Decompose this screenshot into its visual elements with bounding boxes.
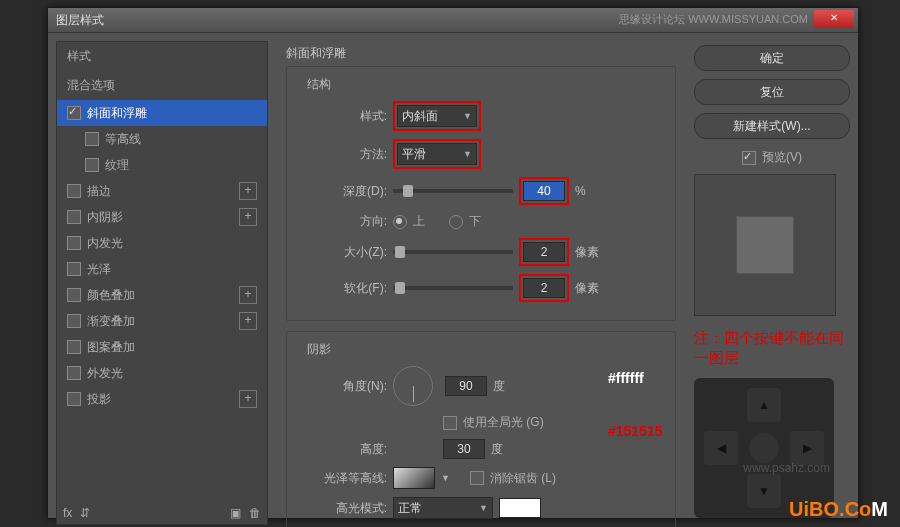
- style-item-label: 内阴影: [87, 209, 123, 226]
- style-checkbox[interactable]: [67, 314, 81, 328]
- angle-label: 角度(N):: [299, 378, 387, 395]
- bevel-emboss-panel: 斜面和浮雕 结构 样式: 内斜面▼ 方法: 平滑▼ 深度(D):: [276, 41, 686, 525]
- direction-down-radio[interactable]: [449, 215, 463, 229]
- style-item-5[interactable]: 内发光: [57, 230, 267, 256]
- chevron-down-icon: ▼: [463, 149, 472, 159]
- close-button[interactable]: ✕: [814, 10, 854, 28]
- size-slider[interactable]: [393, 250, 513, 254]
- new-style-button[interactable]: 新建样式(W)...: [694, 113, 850, 139]
- style-checkbox[interactable]: [67, 392, 81, 406]
- direction-up-radio[interactable]: [393, 215, 407, 229]
- watermark-center: www.psahz.com: [743, 461, 830, 475]
- dpad-preview: ▲ ▼ ◀ ▶: [694, 378, 834, 518]
- style-checkbox[interactable]: [67, 288, 81, 302]
- global-light-checkbox[interactable]: [443, 416, 457, 430]
- titlebar[interactable]: 图层样式 思缘设计论坛 WWW.MISSYUAN.COM ✕: [48, 8, 858, 33]
- dpad-up-icon: ▲: [747, 388, 781, 422]
- style-item-label: 颜色叠加: [87, 287, 135, 304]
- add-effect-icon[interactable]: +: [239, 390, 257, 408]
- style-checkbox[interactable]: [67, 340, 81, 354]
- angle-dial[interactable]: [393, 366, 433, 406]
- highlight-color-swatch[interactable]: [499, 498, 541, 518]
- preview-row: 预览(V): [694, 149, 850, 166]
- highlight-color-annotation: #ffffff: [608, 370, 644, 386]
- trash-icon[interactable]: 🗑: [249, 506, 261, 520]
- cancel-button[interactable]: 复位: [694, 79, 850, 105]
- highlight-mode-select[interactable]: 正常▼: [393, 497, 493, 519]
- depth-slider[interactable]: [393, 189, 513, 193]
- dpad-down-icon: ▼: [747, 474, 781, 508]
- soften-input[interactable]: 2: [523, 278, 565, 298]
- arrow-up-down-icon[interactable]: ⇵: [80, 506, 90, 520]
- style-checkbox[interactable]: [67, 366, 81, 380]
- depth-label: 深度(D):: [299, 183, 387, 200]
- gloss-contour-picker[interactable]: [393, 467, 435, 489]
- add-effect-icon[interactable]: +: [239, 182, 257, 200]
- style-item-2[interactable]: 纹理: [57, 152, 267, 178]
- layer-style-dialog: 图层样式 思缘设计论坛 WWW.MISSYUAN.COM ✕ 样式 混合选项 斜…: [47, 7, 859, 519]
- style-item-7[interactable]: 颜色叠加+: [57, 282, 267, 308]
- preview-checkbox[interactable]: [742, 151, 756, 165]
- angle-input[interactable]: 90: [445, 376, 487, 396]
- style-checkbox[interactable]: [67, 184, 81, 198]
- style-item-1[interactable]: 等高线: [57, 126, 267, 152]
- preview-box: [694, 174, 836, 316]
- style-item-8[interactable]: 渐变叠加+: [57, 308, 267, 334]
- gloss-contour-label: 光泽等高线:: [299, 470, 387, 487]
- style-checkbox[interactable]: [67, 236, 81, 250]
- style-list: 斜面和浮雕等高线纹理描边+内阴影+内发光光泽颜色叠加+渐变叠加+图案叠加外发光投…: [57, 100, 267, 412]
- global-light-label: 使用全局光 (G): [463, 414, 544, 431]
- ok-button[interactable]: 确定: [694, 45, 850, 71]
- altitude-input[interactable]: 30: [443, 439, 485, 459]
- style-checkbox[interactable]: [67, 106, 81, 120]
- method-value: 平滑: [402, 146, 426, 163]
- watermark-top: 思缘设计论坛 WWW.MISSYUAN.COM: [619, 12, 808, 27]
- soften-unit: 像素: [575, 280, 599, 297]
- add-effect-icon[interactable]: +: [239, 208, 257, 226]
- depth-input[interactable]: 40: [523, 181, 565, 201]
- size-unit: 像素: [575, 244, 599, 261]
- antialias-checkbox[interactable]: [470, 471, 484, 485]
- dpad-right-icon: ▶: [790, 431, 824, 465]
- uibo-watermark: UiBO.CoM: [789, 498, 888, 521]
- annotation-note: 注：四个按键不能在同一图层: [694, 328, 850, 368]
- fx-label[interactable]: fx: [63, 506, 72, 520]
- structure-title: 结构: [303, 76, 335, 93]
- styles-footer: fx ⇵ ▣ 🗑: [63, 506, 261, 520]
- method-label: 方法:: [299, 146, 387, 163]
- style-item-3[interactable]: 描边+: [57, 178, 267, 204]
- style-item-11[interactable]: 投影+: [57, 386, 267, 412]
- style-checkbox[interactable]: [85, 158, 99, 172]
- style-item-label: 描边: [87, 183, 111, 200]
- style-item-9[interactable]: 图案叠加: [57, 334, 267, 360]
- add-icon[interactable]: ▣: [230, 506, 241, 520]
- styles-panel: 样式 混合选项 斜面和浮雕等高线纹理描边+内阴影+内发光光泽颜色叠加+渐变叠加+…: [56, 41, 268, 525]
- style-item-4[interactable]: 内阴影+: [57, 204, 267, 230]
- dpad-left-icon: ◀: [704, 431, 738, 465]
- style-item-6[interactable]: 光泽: [57, 256, 267, 282]
- size-input[interactable]: 2: [523, 242, 565, 262]
- style-item-label: 投影: [87, 391, 111, 408]
- style-item-0[interactable]: 斜面和浮雕: [57, 100, 267, 126]
- method-select[interactable]: 平滑▼: [397, 143, 477, 165]
- add-effect-icon[interactable]: +: [239, 312, 257, 330]
- style-item-label: 斜面和浮雕: [87, 105, 147, 122]
- chevron-down-icon[interactable]: ▼: [441, 473, 450, 483]
- style-select[interactable]: 内斜面▼: [397, 105, 477, 127]
- soften-slider[interactable]: [393, 286, 513, 290]
- dialog-body: 样式 混合选项 斜面和浮雕等高线纹理描边+内阴影+内发光光泽颜色叠加+渐变叠加+…: [48, 33, 858, 527]
- style-item-label: 纹理: [105, 157, 129, 174]
- highlight-mode-label: 高光模式:: [299, 500, 387, 517]
- style-label: 样式:: [299, 108, 387, 125]
- style-checkbox[interactable]: [67, 262, 81, 276]
- style-item-10[interactable]: 外发光: [57, 360, 267, 386]
- style-item-label: 外发光: [87, 365, 123, 382]
- blend-options[interactable]: 混合选项: [57, 71, 267, 100]
- shading-title: 阴影: [303, 341, 335, 358]
- add-effect-icon[interactable]: +: [239, 286, 257, 304]
- right-panel: 确定 复位 新建样式(W)... 预览(V) 注：四个按键不能在同一图层 ▲ ▼…: [694, 41, 850, 525]
- chevron-down-icon: ▼: [463, 111, 472, 121]
- style-checkbox[interactable]: [67, 210, 81, 224]
- style-checkbox[interactable]: [85, 132, 99, 146]
- styles-header: 样式: [57, 42, 267, 71]
